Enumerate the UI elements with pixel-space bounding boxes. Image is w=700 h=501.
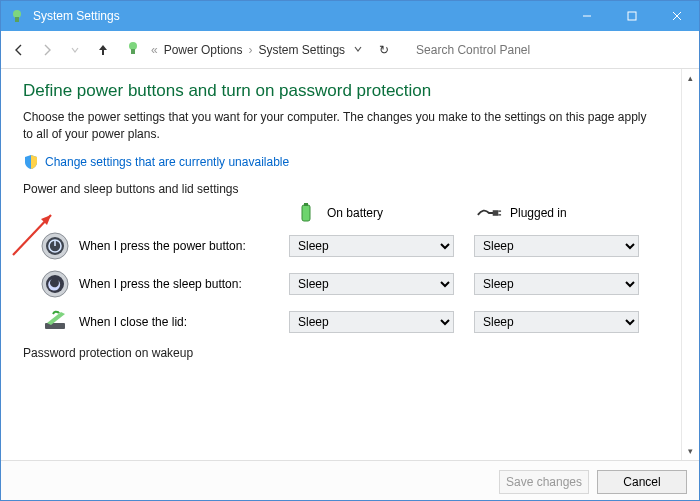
save-button[interactable]: Save changes — [499, 470, 589, 494]
column-battery-label: On battery — [327, 206, 383, 220]
battery-icon — [293, 200, 319, 226]
svg-rect-9 — [304, 203, 308, 206]
change-settings-link[interactable]: Change settings that are currently unava… — [45, 155, 289, 169]
path-dropdown[interactable] — [353, 43, 363, 57]
column-plugged-in: Plugged in — [476, 200, 659, 226]
sleep-button-plugged-select[interactable]: Sleep — [474, 273, 639, 295]
svg-rect-3 — [628, 12, 636, 20]
lid-plugged-select[interactable]: Sleep — [474, 311, 639, 333]
recent-dropdown[interactable] — [63, 38, 87, 62]
up-button[interactable] — [91, 38, 115, 62]
row-sleep-label: When I press the sleep button: — [79, 277, 289, 291]
svg-point-6 — [129, 42, 137, 50]
app-icon — [9, 8, 25, 24]
power-button-icon — [41, 232, 69, 260]
row-sleep-button: When I press the sleep button: Sleep Sle… — [23, 270, 659, 298]
sleep-button-battery-select[interactable]: Sleep — [289, 273, 454, 295]
row-lid-label: When I close the lid: — [79, 315, 289, 329]
page-heading: Define power buttons and turn on passwor… — [23, 81, 659, 101]
refresh-button[interactable]: ↻ — [373, 43, 395, 57]
titlebar: System Settings — [1, 1, 699, 31]
row-power-button: When I press the power button: Sleep Sle… — [23, 232, 659, 260]
minimize-button[interactable] — [564, 1, 609, 31]
row-close-lid: When I close the lid: Sleep Sleep — [23, 308, 659, 336]
row-power-label: When I press the power button: — [79, 239, 289, 253]
column-on-battery: On battery — [293, 200, 476, 226]
breadcrumb-power-options[interactable]: Power Options — [164, 43, 243, 57]
section-power-sleep: Power and sleep buttons and lid settings — [23, 182, 659, 196]
svg-rect-8 — [302, 205, 310, 221]
back-button[interactable] — [7, 38, 31, 62]
breadcrumb-system-settings[interactable]: System Settings — [258, 43, 345, 57]
window-title: System Settings — [33, 9, 120, 23]
column-plugged-label: Plugged in — [510, 206, 567, 220]
svg-rect-1 — [15, 17, 19, 22]
chevron-right-icon: › — [248, 43, 252, 57]
toolbar: « Power Options › System Settings ↻ — [1, 31, 699, 69]
laptop-lid-icon — [41, 308, 69, 336]
footer-bar: Save changes Cancel — [1, 460, 699, 501]
scroll-up-icon[interactable]: ▴ — [682, 69, 699, 87]
scroll-down-icon[interactable]: ▾ — [682, 442, 699, 460]
svg-rect-19 — [45, 323, 65, 329]
lid-battery-select[interactable]: Sleep — [289, 311, 454, 333]
svg-point-0 — [13, 10, 21, 18]
plug-icon — [476, 200, 502, 226]
forward-button[interactable] — [35, 38, 59, 62]
maximize-button[interactable] — [609, 1, 654, 31]
page-description: Choose the power settings that you want … — [23, 109, 659, 144]
breadcrumb-sep: « — [151, 43, 158, 57]
power-button-plugged-select[interactable]: Sleep — [474, 235, 639, 257]
close-button[interactable] — [654, 1, 699, 31]
sleep-button-icon — [41, 270, 69, 298]
content-area: Define power buttons and turn on passwor… — [1, 69, 681, 460]
location-icon — [125, 40, 141, 59]
svg-rect-10 — [493, 210, 499, 216]
search-input[interactable] — [409, 38, 693, 62]
cancel-button[interactable]: Cancel — [597, 470, 687, 494]
power-button-battery-select[interactable]: Sleep — [289, 235, 454, 257]
section-password: Password protection on wakeup — [23, 346, 659, 360]
scrollbar[interactable]: ▴ ▾ — [681, 69, 699, 460]
svg-rect-7 — [131, 49, 135, 54]
shield-icon — [23, 154, 39, 170]
